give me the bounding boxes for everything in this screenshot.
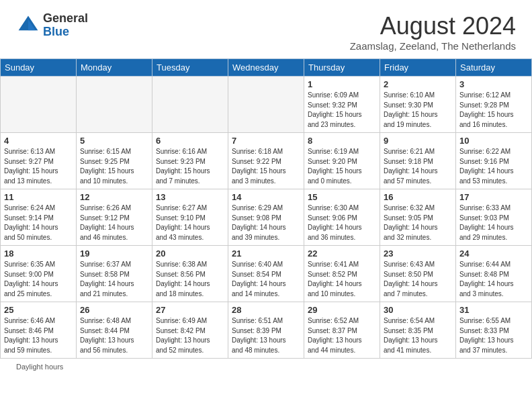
day-number: 10 (459, 136, 528, 146)
day-number: 23 (384, 248, 452, 259)
calendar-cell: 13Sunrise: 6:27 AM Sunset: 9:10 PM Dayli… (152, 189, 228, 246)
day-info: Sunrise: 6:12 AM Sunset: 9:28 PM Dayligh… (459, 91, 528, 130)
day-number: 1 (308, 79, 376, 89)
calendar-table: SundayMondayTuesdayWednesdayThursdayFrid… (0, 58, 532, 359)
daylight-label: Daylight hours (16, 363, 63, 371)
day-info: Sunrise: 6:43 AM Sunset: 8:50 PM Dayligh… (384, 260, 452, 299)
calendar-cell: 17Sunrise: 6:33 AM Sunset: 9:03 PM Dayli… (456, 189, 532, 246)
calendar-cell: 29Sunrise: 6:52 AM Sunset: 8:37 PM Dayli… (304, 302, 380, 359)
day-info: Sunrise: 6:48 AM Sunset: 8:44 PM Dayligh… (80, 316, 148, 355)
logo: General Blue (16, 12, 88, 39)
calendar-cell: 31Sunrise: 6:55 AM Sunset: 8:33 PM Dayli… (456, 302, 532, 359)
calendar-week-1: 4Sunrise: 6:13 AM Sunset: 9:27 PM Daylig… (1, 133, 532, 189)
calendar-cell: 25Sunrise: 6:46 AM Sunset: 8:46 PM Dayli… (1, 302, 77, 359)
day-info: Sunrise: 6:52 AM Sunset: 8:37 PM Dayligh… (308, 316, 376, 355)
day-number: 6 (156, 136, 224, 146)
calendar-cell: 18Sunrise: 6:35 AM Sunset: 9:00 PM Dayli… (1, 246, 77, 302)
page-header: General Blue August 2024 Zaamslag, Zeela… (0, 0, 532, 58)
logo-icon (16, 13, 40, 38)
day-number: 25 (4, 305, 73, 315)
day-number: 30 (384, 305, 452, 315)
calendar-cell: 11Sunrise: 6:24 AM Sunset: 9:14 PM Dayli… (1, 189, 77, 246)
day-info: Sunrise: 6:19 AM Sunset: 9:20 PM Dayligh… (308, 147, 376, 186)
calendar-cell (228, 77, 304, 133)
calendar-cell (77, 77, 152, 133)
calendar-cell: 4Sunrise: 6:13 AM Sunset: 9:27 PM Daylig… (1, 133, 77, 189)
day-info: Sunrise: 6:40 AM Sunset: 8:54 PM Dayligh… (232, 260, 300, 299)
day-number: 17 (459, 192, 528, 202)
calendar-cell: 10Sunrise: 6:22 AM Sunset: 9:16 PM Dayli… (456, 133, 532, 189)
calendar-cell: 24Sunrise: 6:44 AM Sunset: 8:48 PM Dayli… (456, 246, 532, 302)
day-info: Sunrise: 6:55 AM Sunset: 8:33 PM Dayligh… (459, 316, 528, 355)
day-number: 29 (308, 305, 376, 315)
day-info: Sunrise: 6:38 AM Sunset: 8:56 PM Dayligh… (156, 260, 224, 299)
day-info: Sunrise: 6:44 AM Sunset: 8:48 PM Dayligh… (459, 260, 528, 299)
day-info: Sunrise: 6:54 AM Sunset: 8:35 PM Dayligh… (384, 316, 452, 355)
day-info: Sunrise: 6:24 AM Sunset: 9:14 PM Dayligh… (4, 203, 73, 242)
calendar-cell: 19Sunrise: 6:37 AM Sunset: 8:58 PM Dayli… (77, 246, 152, 302)
day-number: 19 (80, 248, 148, 259)
calendar-cell: 16Sunrise: 6:32 AM Sunset: 9:05 PM Dayli… (380, 189, 456, 246)
day-info: Sunrise: 6:37 AM Sunset: 8:58 PM Dayligh… (80, 260, 148, 299)
calendar-cell: 20Sunrise: 6:38 AM Sunset: 8:56 PM Dayli… (152, 246, 228, 302)
day-info: Sunrise: 6:26 AM Sunset: 9:12 PM Dayligh… (80, 203, 148, 242)
day-info: Sunrise: 6:16 AM Sunset: 9:23 PM Dayligh… (156, 147, 224, 186)
day-number: 4 (4, 136, 73, 146)
calendar-cell: 22Sunrise: 6:41 AM Sunset: 8:52 PM Dayli… (304, 246, 380, 302)
calendar-cell: 12Sunrise: 6:26 AM Sunset: 9:12 PM Dayli… (77, 189, 152, 246)
calendar-cell: 23Sunrise: 6:43 AM Sunset: 8:50 PM Dayli… (380, 246, 456, 302)
weekday-header-row: SundayMondayTuesdayWednesdayThursdayFrid… (1, 59, 532, 77)
calendar-cell: 14Sunrise: 6:29 AM Sunset: 9:08 PM Dayli… (228, 189, 304, 246)
calendar-cell: 9Sunrise: 6:21 AM Sunset: 9:18 PM Daylig… (380, 133, 456, 189)
day-number: 15 (308, 192, 376, 202)
day-info: Sunrise: 6:27 AM Sunset: 9:10 PM Dayligh… (156, 203, 224, 242)
calendar-cell: 2Sunrise: 6:10 AM Sunset: 9:30 PM Daylig… (380, 77, 456, 133)
weekday-header-friday: Friday (380, 59, 456, 77)
weekday-header-tuesday: Tuesday (152, 59, 228, 77)
day-info: Sunrise: 6:46 AM Sunset: 8:46 PM Dayligh… (4, 316, 73, 355)
day-info: Sunrise: 6:51 AM Sunset: 8:39 PM Dayligh… (232, 316, 300, 355)
day-number: 9 (384, 136, 452, 146)
calendar-cell (152, 77, 228, 133)
day-number: 5 (80, 136, 148, 146)
calendar-cell: 6Sunrise: 6:16 AM Sunset: 9:23 PM Daylig… (152, 133, 228, 189)
day-number: 20 (156, 248, 224, 259)
calendar-cell: 8Sunrise: 6:19 AM Sunset: 9:20 PM Daylig… (304, 133, 380, 189)
day-info: Sunrise: 6:13 AM Sunset: 9:27 PM Dayligh… (4, 147, 73, 186)
legend: Daylight hours (0, 359, 532, 375)
calendar-header: SundayMondayTuesdayWednesdayThursdayFrid… (1, 59, 532, 77)
day-info: Sunrise: 6:33 AM Sunset: 9:03 PM Dayligh… (459, 203, 528, 242)
calendar-cell: 28Sunrise: 6:51 AM Sunset: 8:39 PM Dayli… (228, 302, 304, 359)
calendar-cell: 1Sunrise: 6:09 AM Sunset: 9:32 PM Daylig… (304, 77, 380, 133)
calendar-cell: 30Sunrise: 6:54 AM Sunset: 8:35 PM Dayli… (380, 302, 456, 359)
day-number: 24 (459, 248, 528, 259)
calendar-week-4: 25Sunrise: 6:46 AM Sunset: 8:46 PM Dayli… (1, 302, 532, 359)
day-number: 3 (459, 79, 528, 89)
day-info: Sunrise: 6:15 AM Sunset: 9:25 PM Dayligh… (80, 147, 148, 186)
calendar-week-2: 11Sunrise: 6:24 AM Sunset: 9:14 PM Dayli… (1, 189, 532, 246)
day-info: Sunrise: 6:18 AM Sunset: 9:22 PM Dayligh… (232, 147, 300, 186)
calendar-cell: 3Sunrise: 6:12 AM Sunset: 9:28 PM Daylig… (456, 77, 532, 133)
day-number: 12 (80, 192, 148, 202)
calendar-week-3: 18Sunrise: 6:35 AM Sunset: 9:00 PM Dayli… (1, 246, 532, 302)
weekday-header-monday: Monday (77, 59, 152, 77)
weekday-header-wednesday: Wednesday (228, 59, 304, 77)
day-info: Sunrise: 6:49 AM Sunset: 8:42 PM Dayligh… (156, 316, 224, 355)
calendar-cell: 27Sunrise: 6:49 AM Sunset: 8:42 PM Dayli… (152, 302, 228, 359)
day-info: Sunrise: 6:32 AM Sunset: 9:05 PM Dayligh… (384, 203, 452, 242)
day-number: 13 (156, 192, 224, 202)
weekday-header-saturday: Saturday (456, 59, 532, 77)
logo-text: General Blue (43, 12, 88, 39)
day-number: 2 (384, 79, 452, 89)
day-info: Sunrise: 6:10 AM Sunset: 9:30 PM Dayligh… (384, 91, 452, 130)
calendar-subtitle: Zaamslag, Zeeland, The Netherlands (350, 40, 516, 52)
weekday-header-thursday: Thursday (304, 59, 380, 77)
logo-blue-text: Blue (43, 26, 88, 39)
day-number: 28 (232, 305, 300, 315)
day-number: 16 (384, 192, 452, 202)
day-info: Sunrise: 6:35 AM Sunset: 9:00 PM Dayligh… (4, 260, 73, 299)
day-number: 7 (232, 136, 300, 146)
calendar-cell: 7Sunrise: 6:18 AM Sunset: 9:22 PM Daylig… (228, 133, 304, 189)
day-number: 22 (308, 248, 376, 259)
day-number: 26 (80, 305, 148, 315)
